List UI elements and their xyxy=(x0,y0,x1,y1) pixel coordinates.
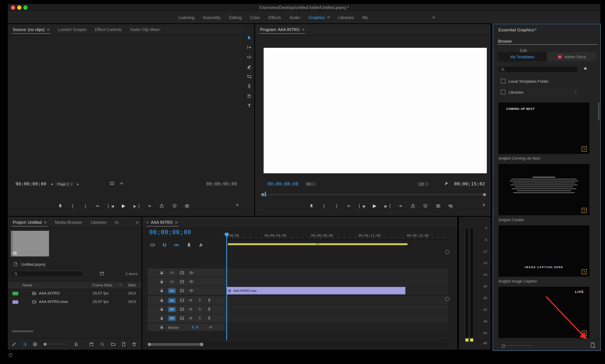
thumbnail-size-slider-track[interactable] xyxy=(505,346,533,346)
comparison-view-button[interactable] xyxy=(447,203,454,209)
preview-toggle-icon[interactable] xyxy=(100,271,104,276)
page-selector[interactable]: Page 1▾ xyxy=(54,181,75,187)
project-search-input[interactable] xyxy=(11,271,83,277)
program-scrub-bar[interactable] xyxy=(260,194,485,195)
tab-project[interactable]: Project: Untitled≡ xyxy=(9,217,51,228)
column-frame-rate[interactable]: Frame Rate xyxy=(93,283,112,287)
zoom-handle-left[interactable] xyxy=(148,343,151,346)
project-preview-thumbnail[interactable] xyxy=(11,231,49,256)
tab-my-templates[interactable]: My Templates xyxy=(498,52,547,61)
clear-trash-icon[interactable] xyxy=(132,342,136,347)
program-button-editor-button[interactable]: + xyxy=(482,202,485,208)
zoom-slider-handle[interactable] xyxy=(44,343,47,346)
source-button-editor-button[interactable]: + xyxy=(236,202,239,208)
go-to-in-button[interactable]: ⇤ xyxy=(346,203,352,209)
vertical-scrollbar[interactable] xyxy=(598,103,600,120)
timeline-settings-icon[interactable] xyxy=(198,243,204,248)
track-lock-icon[interactable] xyxy=(159,325,164,329)
panel-menu-icon[interactable]: ≡ xyxy=(175,220,177,224)
lift-button[interactable] xyxy=(409,203,416,209)
step-back-button[interactable]: ▏◀ xyxy=(359,203,365,209)
scrub-left-handle[interactable] xyxy=(261,193,264,196)
new-item-icon[interactable] xyxy=(121,342,126,347)
solo-button[interactable]: S xyxy=(197,307,202,311)
drag-audio-icon[interactable] xyxy=(119,181,124,186)
template-thumbnail-coming-up-next[interactable]: COMING UP NEXT T xyxy=(498,103,590,154)
track-target-badge[interactable]: A2 xyxy=(168,307,176,312)
export-frame-button[interactable] xyxy=(184,203,190,209)
mark-in-button[interactable]: { xyxy=(321,203,327,209)
track-lock-icon[interactable] xyxy=(159,279,164,284)
favorites-star-icon[interactable]: ★ xyxy=(583,65,588,71)
template-thumbnail-credits[interactable]: T xyxy=(498,164,590,215)
add-marker-icon[interactable] xyxy=(186,243,192,248)
voiceover-record-mic-icon[interactable] xyxy=(207,298,211,303)
mute-button[interactable]: M xyxy=(188,299,193,302)
tab-media-browser[interactable]: Media Browser xyxy=(51,217,87,228)
export-frame-button[interactable] xyxy=(435,203,441,209)
mute-button[interactable]: M xyxy=(188,316,193,320)
libraries-checkbox[interactable] xyxy=(501,90,505,94)
icon-view-icon[interactable] xyxy=(33,342,37,347)
go-to-out-button[interactable]: ⇥ xyxy=(397,203,403,209)
sort-icons-icon[interactable] xyxy=(74,342,79,347)
workspace-tab-assembly[interactable]: Assembly xyxy=(199,11,225,23)
mark-out-button[interactable]: } xyxy=(333,203,340,209)
track-lane-a2[interactable] xyxy=(226,305,448,313)
clip-fx-badge-icon[interactable] xyxy=(228,289,231,292)
sync-lock-icon[interactable] xyxy=(180,279,184,284)
keyframe-nav-icon[interactable]: ⇄ xyxy=(209,325,212,329)
zoom-handle-right[interactable] xyxy=(200,343,203,346)
program-playhead-marker[interactable] xyxy=(265,192,266,196)
template-label[interactable]: Angled Image Caption xyxy=(498,279,537,283)
track-lock-icon[interactable] xyxy=(159,270,164,275)
scrub-right-handle[interactable] xyxy=(483,193,486,196)
vertical-scroll-handle-bottom[interactable] xyxy=(445,297,449,301)
tab-program[interactable]: Program: AAA INTRO≡ xyxy=(256,24,309,35)
template-label[interactable]: Angled Credits xyxy=(498,218,524,222)
tab-source[interactable]: Source: (no clips)≡ xyxy=(9,24,54,35)
horizontal-scrollbar[interactable] xyxy=(12,330,33,332)
panel-menu-icon[interactable]: ≡ xyxy=(302,27,304,32)
workspace-tab-graphics[interactable]: Graphics≡ xyxy=(304,11,334,23)
drag-video-icon[interactable] xyxy=(110,181,114,186)
snap-icon[interactable] xyxy=(162,243,167,248)
hand-tool[interactable] xyxy=(244,92,254,100)
track-lane-v3[interactable] xyxy=(226,268,448,277)
playhead-marker-icon[interactable] xyxy=(224,232,229,237)
template-search-input[interactable] xyxy=(498,66,578,73)
column-media[interactable]: Med xyxy=(128,283,135,287)
razor-tool[interactable] xyxy=(244,63,254,71)
column-name[interactable]: Name xyxy=(23,283,32,287)
go-to-in-button[interactable]: ⇤ xyxy=(95,203,101,209)
timeline-zoom-scrollbar-thumb[interactable] xyxy=(151,343,201,346)
track-target-badge[interactable]: V1 xyxy=(168,288,176,293)
workspace-tab-color[interactable]: Color xyxy=(246,11,264,23)
sync-lock-icon[interactable] xyxy=(180,316,184,320)
master-gain-value[interactable]: 0,0 xyxy=(192,325,198,329)
workspace-overflow-button[interactable]: » xyxy=(432,14,435,20)
table-row-clip[interactable]: AAA INTRO.mov 29,97 fps 00;0 xyxy=(8,298,142,306)
template-thumbnail-live[interactable]: LIVE T xyxy=(498,287,590,338)
program-timecode[interactable]: 00;00;00;00 xyxy=(268,181,298,187)
track-select-tool[interactable] xyxy=(244,43,254,52)
go-to-out-button[interactable]: ⇥ xyxy=(146,203,152,209)
tab-sequence[interactable]: × AAA INTRO ≡ xyxy=(143,217,182,228)
install-motion-graphics-template-button[interactable] xyxy=(590,342,596,348)
template-label[interactable]: Angled Coming Up Next xyxy=(498,156,540,160)
thumbnail-size-slider[interactable] xyxy=(502,344,505,348)
track-target-badge[interactable]: A1 xyxy=(168,298,176,303)
ripple-edit-tool[interactable] xyxy=(244,53,254,61)
voiceover-record-mic-icon[interactable] xyxy=(207,307,211,312)
zoom-slider-track[interactable] xyxy=(47,344,67,344)
tab-effect-controls[interactable]: Effect Controls xyxy=(91,24,126,35)
track-target-badge[interactable]: V2 xyxy=(168,279,176,284)
template-thumbnail-image-caption[interactable]: IMAGE CAPTION HERE T xyxy=(498,225,590,277)
workspace-tab-mo[interactable]: Mo xyxy=(358,11,372,23)
workspace-menu-icon[interactable]: ≡ xyxy=(327,15,330,19)
nest-as-sequence-icon[interactable] xyxy=(150,243,156,248)
panel-menu-icon[interactable]: ≡ xyxy=(44,220,46,224)
play-button[interactable]: ▶ xyxy=(371,203,378,209)
panel-menu-icon[interactable]: ≡ xyxy=(47,27,49,32)
add-marker-button[interactable] xyxy=(308,203,314,209)
